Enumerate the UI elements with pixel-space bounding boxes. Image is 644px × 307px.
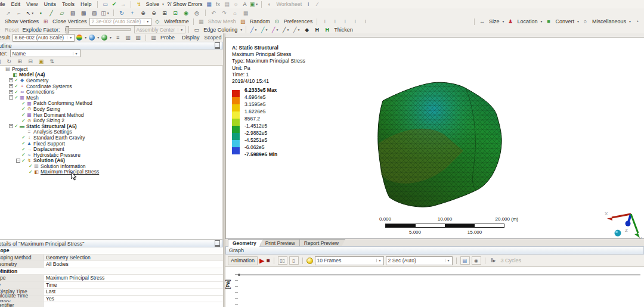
play-button[interactable]: ▶ <box>259 258 264 264</box>
details-value[interactable]: Time <box>44 282 223 289</box>
dropdown-icon[interactable]: ▼ <box>97 36 100 39</box>
miscellaneous-menu[interactable]: Miscellaneous <box>592 18 626 24</box>
details-value[interactable]: Maximum Principal Stress <box>44 275 223 281</box>
tree-item[interactable]: ✓▥Solution Information <box>0 163 222 169</box>
body-filter-icon[interactable]: ▧ <box>69 10 78 17</box>
solve-status-icon[interactable]: ✔ <box>110 1 119 8</box>
variable-icon[interactable]: A <box>240 1 249 8</box>
assembly-center-combo[interactable]: Assembly Center▼ <box>134 26 186 33</box>
menu-help[interactable]: Help <box>78 1 95 7</box>
dropdown-icon[interactable]: ▼ <box>84 36 87 39</box>
close-vertices-button[interactable]: Close Vertices <box>52 18 87 24</box>
ruler-icon[interactable]: ⌐ <box>15 10 24 17</box>
thick-shells-icon[interactable]: H <box>312 26 321 33</box>
edges-display-icon[interactable] <box>101 35 107 41</box>
contour-style-icon[interactable] <box>76 35 82 41</box>
update-contours-icon[interactable] <box>306 258 313 264</box>
tag-icon[interactable]: ⁄ <box>313 1 322 8</box>
result-sets-icon[interactable]: ▯ <box>289 256 299 265</box>
box-zoom-icon[interactable]: ⊞ <box>160 10 169 17</box>
pin-icon[interactable] <box>215 240 220 247</box>
wireframe-button[interactable]: Wireframe <box>164 18 189 24</box>
coordinate-triad[interactable]: X Z Y <box>605 208 643 241</box>
options-icon[interactable]: ☼ <box>231 1 240 8</box>
tree-item[interactable]: ✓◧Maximum Principal Stress <box>0 169 222 175</box>
edge-direction-icon[interactable]: ╱▼ <box>260 26 269 33</box>
selection-info-icon[interactable]: I <box>304 1 313 8</box>
prev-view-icon[interactable]: ↶ <box>209 10 218 17</box>
viewports-icon[interactable]: ▦ <box>242 10 250 17</box>
menu-edit[interactable]: Edit <box>8 1 24 7</box>
menu-view[interactable]: View <box>23 1 41 7</box>
preferences-button[interactable]: Preferences <box>284 18 313 24</box>
pan-icon[interactable]: + <box>128 10 137 17</box>
tree-overview-icon[interactable]: ▤ <box>0 58 3 65</box>
edge-direction-icon[interactable]: ╱▼ <box>292 26 301 33</box>
tree-item[interactable]: ✓▦Hex Dominant Method <box>0 112 222 118</box>
model-mesh[interactable] <box>375 79 524 213</box>
folder-icon[interactable]: ▣ <box>37 58 46 65</box>
sort-icon[interactable]: ⇅ <box>48 58 57 65</box>
report-preview-icon[interactable]: ▤ <box>222 1 231 8</box>
zoom-out-icon[interactable]: ⊖ <box>150 10 159 17</box>
details-value[interactable] <box>44 302 223 307</box>
face-filter-icon[interactable]: ▱ <box>58 10 67 17</box>
graphics-select-icon[interactable]: ◫▼ <box>101 10 110 17</box>
pin-icon[interactable] <box>215 42 220 49</box>
menu-tools[interactable]: Tools <box>59 1 78 7</box>
details-value[interactable]: Geometry Selection <box>44 255 223 261</box>
edge-coloring-menu[interactable]: Edge Coloring <box>203 27 237 33</box>
geometry-viewport[interactable]: A: Static StructuralMaximum Principal St… <box>225 37 644 239</box>
duration-combo[interactable]: 2 Sec (Auto)▼ <box>386 256 453 265</box>
solve-dropdown-icon[interactable]: ▼ <box>162 2 165 6</box>
expand-icon[interactable]: + <box>9 90 13 94</box>
tree-item[interactable]: ✓▲Fixed Support <box>0 141 222 147</box>
filter-combo[interactable]: Name▼ <box>10 49 80 57</box>
magnifier-icon[interactable]: ◉ <box>182 10 191 17</box>
slider-thumb[interactable] <box>66 26 69 33</box>
refresh-tree-icon[interactable]: ↻ <box>5 58 14 65</box>
tree-item[interactable]: ✓≈Hydrostatic Pressure <box>0 152 222 158</box>
select-all-icon[interactable]: ▨ <box>90 10 99 17</box>
dropdown-icon[interactable]: ▼ <box>540 20 543 23</box>
probe-button[interactable]: Probe <box>160 35 175 41</box>
dropdown-icon[interactable]: ▼ <box>240 28 243 32</box>
next-view-icon[interactable]: ↷ <box>220 10 229 17</box>
vertex-filter-icon[interactable]: ▪ <box>36 10 45 17</box>
edge-direction-icon[interactable]: ╱▼ <box>271 26 280 33</box>
solve-button[interactable]: Solve <box>145 1 159 7</box>
tree-item[interactable]: ▤Project <box>0 66 222 72</box>
tree-item[interactable]: +✓+Coordinate Systems <box>0 83 222 89</box>
direction-marker-icon[interactable]: ◆ <box>302 26 311 33</box>
details-value[interactable]: Yes <box>44 296 223 302</box>
tree-item[interactable]: −✓↯Solution (A6) <box>0 158 222 164</box>
expand-all-icon[interactable]: ⊞ <box>16 58 24 65</box>
rotate-icon[interactable]: ↻ <box>117 10 126 17</box>
goto-icon[interactable]: → <box>119 1 128 8</box>
zoom-in-icon[interactable]: ⊕ <box>139 10 148 17</box>
zoom-find-icon[interactable]: ◉ <box>472 256 481 265</box>
max-tag-icon[interactable]: ▥ <box>123 34 132 41</box>
thicken-button[interactable]: Thicken <box>334 27 353 33</box>
tree-item[interactable]: −✓▬Static Structural (A5) <box>0 123 222 129</box>
tab-geometry[interactable]: Geometry <box>228 239 263 247</box>
expand-icon[interactable]: − <box>9 124 13 128</box>
show-errors-button[interactable]: ?/ Show Errors <box>167 1 203 7</box>
select-mode-icon[interactable]: ↖▼ <box>26 10 35 17</box>
direction-icon[interactable]: ↗ <box>4 10 13 17</box>
min-tag-icon[interactable]: ▥ <box>134 34 143 41</box>
distributed-frames-icon[interactable]: ▯▯ <box>278 256 287 265</box>
tree-item[interactable]: −✓▦Mesh <box>0 95 222 101</box>
menu-file[interactable]: File <box>0 1 8 7</box>
tree-item[interactable]: ◧Model (A4) <box>0 72 222 78</box>
tree-item[interactable]: +✓∞Connections <box>0 89 222 95</box>
tree-item[interactable]: ✓↓Standard Earth Gravity <box>0 135 222 141</box>
result-scale-combo[interactable]: 8.6e-002 (Auto Scale)▼ <box>13 34 75 42</box>
tree-item[interactable]: ✓⊙Body Sizing <box>0 106 222 112</box>
details-value[interactable]: All Bodies <box>44 261 223 268</box>
size-menu[interactable]: Size <box>489 18 500 24</box>
expand-icon[interactable]: − <box>9 95 13 100</box>
tree-item[interactable]: ≡Analysis Settings <box>0 129 222 135</box>
edge-filter-icon[interactable]: ╱ <box>47 10 56 17</box>
frames-combo[interactable]: 10 Frames▼ <box>315 256 384 265</box>
